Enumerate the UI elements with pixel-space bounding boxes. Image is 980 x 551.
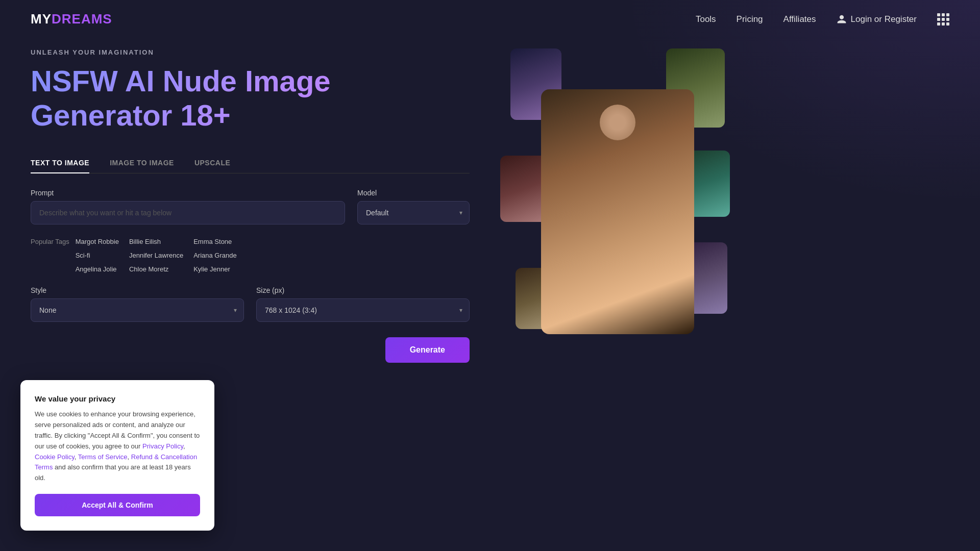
model-select-wrapper: DefaultRealisticAnimeArtistic ▾ (357, 201, 470, 224)
tag-jennifer-lawrence[interactable]: Jennifer Lawrence (129, 251, 183, 260)
logo-dreams: DREAMS (52, 11, 112, 27)
navbar: MYDREAMS Tools Pricing Affiliates Login … (0, 0, 980, 38)
cookie-policy-link[interactable]: Cookie Policy (35, 453, 75, 461)
tab-text-to-image[interactable]: TEXT TO IMAGE (31, 153, 89, 173)
nav-tools[interactable]: Tools (696, 14, 716, 24)
tag-sci-fi[interactable]: Sci-fi (76, 251, 119, 260)
tag-margot-robbie[interactable]: Margot Robbie (76, 237, 119, 246)
size-group: Size (px) 512 x 512 (1:1)768 x 1024 (3:4… (256, 286, 470, 322)
page-subtitle: UNLEASH YOUR IMAGINATION (31, 48, 470, 56)
tag-chloe-moretz[interactable]: Chloe Moretz (129, 264, 183, 274)
tab-upscale[interactable]: UPSCALE (194, 153, 230, 173)
tab-image-to-image[interactable]: IMAGE TO IMAGE (110, 153, 174, 173)
tags-grid: Margot Robbie Billie Eilish Emma Stone S… (76, 237, 237, 274)
tag-emma-stone[interactable]: Emma Stone (193, 237, 237, 246)
prompt-group: Prompt (31, 189, 345, 224)
nav-login-button[interactable]: Login or Register (837, 14, 917, 24)
cookie-title: We value your privacy (35, 394, 200, 403)
hero-title: NSFW AI Nude Image Generator 18+ (31, 64, 470, 132)
model-select[interactable]: DefaultRealisticAnimeArtistic (357, 201, 470, 224)
cookie-banner: We value your privacy We use cookies to … (20, 380, 214, 531)
model-group: Model DefaultRealisticAnimeArtistic ▾ (357, 189, 470, 224)
tag-billie-eilish[interactable]: Billie Eilish (129, 237, 183, 246)
tag-ariana-grande[interactable]: Ariana Grande (193, 251, 237, 260)
collage-image-main (541, 89, 694, 334)
cookie-accept-button[interactable]: Accept All & Confirm (35, 494, 200, 516)
tabs-bar: TEXT TO IMAGE IMAGE TO IMAGE UPSCALE (31, 153, 470, 173)
cookie-comma3: , (128, 453, 131, 461)
logo-my: MY (31, 11, 52, 27)
cookie-comma2: , (75, 453, 78, 461)
left-panel: UNLEASH YOUR IMAGINATION NSFW AI Nude Im… (31, 48, 470, 406)
nav-pricing[interactable]: Pricing (737, 14, 763, 24)
generate-row: Generate (31, 337, 470, 363)
image-collage (510, 48, 725, 406)
grid-menu-icon[interactable] (937, 13, 949, 26)
login-label: Login or Register (851, 14, 917, 24)
tag-angelina-jolie[interactable]: Angelina Jolie (76, 264, 119, 274)
style-label: Style (31, 286, 244, 294)
style-group: Style NonePhotorealisticAnimeOil Paintin… (31, 286, 244, 322)
tag-kylie-jenner[interactable]: Kylie Jenner (193, 264, 237, 274)
generate-button[interactable]: Generate (385, 337, 470, 363)
style-select[interactable]: NonePhotorealisticAnimeOil PaintingWater… (31, 298, 244, 322)
nav-affiliates[interactable]: Affiliates (783, 14, 816, 24)
popular-tags-row: Popular Tags Margot Robbie Billie Eilish… (31, 237, 470, 274)
terms-of-service-link[interactable]: Terms of Service (78, 453, 128, 461)
user-icon (837, 14, 847, 24)
privacy-policy-link[interactable]: Privacy Policy (142, 442, 183, 450)
cookie-text-2: and also confirm that you are at least 1… (35, 463, 191, 482)
form-style-size-row: Style NonePhotorealisticAnimeOil Paintin… (31, 286, 470, 322)
cookie-comma1: , (183, 442, 185, 450)
main-container: UNLEASH YOUR IMAGINATION NSFW AI Nude Im… (0, 48, 980, 406)
prompt-input[interactable] (31, 201, 345, 224)
cookie-body: We use cookies to enhance your browsing … (35, 409, 200, 484)
model-label: Model (357, 189, 470, 197)
size-select-wrapper: 512 x 512 (1:1)768 x 1024 (3:4)1024 x 76… (256, 298, 470, 322)
style-select-wrapper: NonePhotorealisticAnimeOil PaintingWater… (31, 298, 244, 322)
form-top-row: Prompt Model DefaultRealisticAnimeArtist… (31, 189, 470, 224)
logo[interactable]: MYDREAMS (31, 11, 112, 27)
nav-links: Tools Pricing Affiliates Login or Regist… (696, 13, 949, 26)
prompt-label: Prompt (31, 189, 345, 197)
popular-tags-label: Popular Tags (31, 237, 69, 245)
size-select[interactable]: 512 x 512 (1:1)768 x 1024 (3:4)1024 x 76… (256, 298, 470, 322)
size-label: Size (px) (256, 286, 470, 294)
